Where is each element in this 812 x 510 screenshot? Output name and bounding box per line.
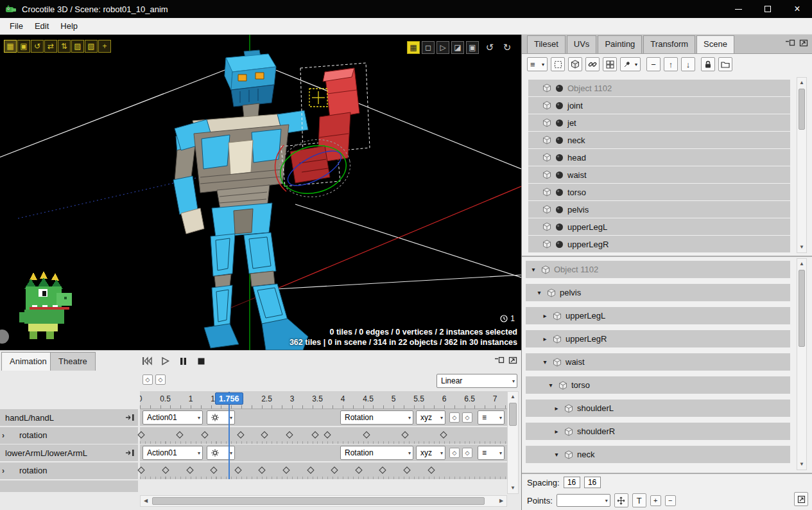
- keyframe-diamond[interactable]: [355, 466, 362, 473]
- move-up-icon[interactable]: ↑: [664, 57, 678, 71]
- text-tool-button[interactable]: T: [632, 493, 646, 507]
- timeline-ruler[interactable]: 00.511.522.533.544.555.566.57: [140, 391, 507, 409]
- keyframe-lane[interactable]: [140, 427, 507, 444]
- visibility-eye-icon[interactable]: [555, 154, 564, 162]
- track-label[interactable]: handL/handL: [0, 409, 138, 426]
- fill-icon[interactable]: ▣: [466, 41, 479, 54]
- axes-select[interactable]: xyz▾: [416, 410, 445, 425]
- tile-grid-icon[interactable]: [603, 57, 617, 71]
- keyframe-diamond[interactable]: [259, 466, 266, 473]
- tab-uvs[interactable]: UVs: [567, 35, 597, 53]
- expand-arrow-icon[interactable]: ▸: [553, 428, 560, 435]
- stop-icon[interactable]: [194, 355, 208, 367]
- track-link-icon[interactable]: [125, 449, 135, 457]
- tracks-vertical-scrollbar[interactable]: ▲ ▼: [507, 391, 519, 494]
- keyframe-diamond[interactable]: [210, 466, 217, 473]
- expand-arrow-icon[interactable]: ▸: [553, 405, 560, 412]
- keyframe-diamond[interactable]: [428, 466, 435, 473]
- prev-keyframe-button[interactable]: ◇: [449, 448, 460, 458]
- keyframe-diamond[interactable]: [379, 466, 386, 473]
- object-row[interactable]: waist: [528, 166, 790, 183]
- hierarchy-row[interactable]: ▾waist: [526, 353, 790, 371]
- hierarchy-row[interactable]: ▸upperLegL: [526, 307, 790, 324]
- remove-icon[interactable]: −: [646, 57, 661, 71]
- channel-select[interactable]: Rotation▾: [340, 446, 413, 460]
- dock-panel-icon[interactable]: [508, 356, 517, 364]
- property-label[interactable]: ›rotation: [0, 462, 138, 479]
- property-label[interactable]: ›rotation: [0, 427, 138, 444]
- prev-keyframe-button[interactable]: ◇: [449, 412, 460, 423]
- tab-tileset[interactable]: Tileset: [527, 35, 566, 53]
- next-keyframe-button[interactable]: ◇: [462, 448, 472, 458]
- keyframe-diamond[interactable]: [234, 466, 241, 473]
- keyframe-diamond[interactable]: [324, 431, 331, 438]
- collapse-arrow-icon[interactable]: ▾: [535, 289, 543, 296]
- keyframe-diamond[interactable]: [307, 466, 314, 473]
- keyframe-lane[interactable]: [140, 462, 507, 479]
- visibility-eye-icon[interactable]: [555, 101, 564, 110]
- undo-icon[interactable]: ↺: [483, 41, 496, 54]
- float-panel-icon[interactable]: [785, 39, 795, 47]
- marquee-select-icon[interactable]: [551, 57, 565, 71]
- keyframe-diamond[interactable]: [202, 431, 209, 438]
- visibility-eye-icon[interactable]: [555, 84, 564, 92]
- play-icon[interactable]: [158, 355, 172, 367]
- timeline-cursor[interactable]: [229, 392, 230, 479]
- action-select[interactable]: Action01▾: [143, 446, 203, 460]
- hierarchy-row[interactable]: ▸shoulderL: [526, 400, 790, 417]
- object-row[interactable]: jet: [528, 114, 790, 131]
- visibility-eye-icon[interactable]: [555, 206, 564, 214]
- object-row[interactable]: head: [528, 149, 790, 166]
- menu-item-file[interactable]: File: [4, 19, 29, 33]
- keyframe-diamond[interactable]: [402, 431, 409, 438]
- collapse-arrow-icon[interactable]: ▾: [541, 358, 549, 365]
- chevron-right-icon[interactable]: ›: [2, 431, 4, 440]
- keyframe-options-select[interactable]: ▾: [207, 446, 235, 460]
- hierarchy-row[interactable]: ▾neck: [526, 446, 790, 463]
- object-list-scrollbar[interactable]: ▲ ▼: [797, 77, 807, 253]
- remove-point-icon[interactable]: −: [665, 495, 676, 506]
- cube-icon[interactable]: [568, 57, 582, 71]
- hierarchy-row[interactable]: ▾torso: [526, 376, 790, 394]
- keyframe-diamond[interactable]: [261, 431, 268, 438]
- object-row[interactable]: Object 1102: [528, 80, 790, 96]
- viewport-3d[interactable]: ▦▣↺⇄⇅▨▧+ ▦◻▷◪▣↺↻ 1 0 tiles / 0 edges / 0…: [0, 35, 521, 350]
- track-link-icon[interactable]: [125, 414, 135, 421]
- mirror-tile-icon[interactable]: ⇄: [44, 40, 57, 53]
- action-select[interactable]: Action01▾: [143, 410, 203, 425]
- track-label[interactable]: lowerArmL/lowerArmL: [0, 444, 138, 461]
- menu-item-edit[interactable]: Edit: [29, 19, 55, 33]
- visibility-eye-icon[interactable]: [555, 119, 564, 127]
- keyframe-diamond[interactable]: [138, 466, 145, 473]
- link-icon[interactable]: [585, 57, 600, 71]
- spacing-x-input[interactable]: [564, 477, 580, 488]
- keyframe-diamond[interactable]: [237, 431, 244, 438]
- keyframe-diamond[interactable]: [138, 431, 145, 438]
- hierarchy-row[interactable]: ▾Object 1102: [526, 261, 790, 278]
- collapse-arrow-icon[interactable]: ▾: [553, 451, 560, 458]
- object-row[interactable]: joint: [528, 97, 790, 114]
- keyframe-diamond[interactable]: [186, 466, 193, 473]
- pause-icon[interactable]: [176, 355, 190, 367]
- object-row[interactable]: neck: [528, 132, 790, 148]
- keyframe-diamond[interactable]: [311, 431, 318, 438]
- expand-arrow-icon[interactable]: ▸: [541, 335, 549, 342]
- close-button[interactable]: ×: [782, 0, 812, 18]
- visibility-eye-icon[interactable]: [555, 223, 564, 231]
- tab-theatre[interactable]: Theatre: [50, 352, 96, 371]
- eraser-icon[interactable]: ◪: [451, 41, 464, 54]
- next-keyframe-button[interactable]: ◇: [462, 412, 472, 423]
- expand-panel-button[interactable]: [794, 492, 808, 506]
- rotate-tile-icon[interactable]: ↺: [31, 40, 44, 53]
- hierarchy-row[interactable]: ▸shoulderR: [526, 423, 790, 440]
- lock-icon[interactable]: [701, 57, 715, 71]
- keyframe-diamond[interactable]: [162, 466, 169, 473]
- skip-to-start-icon[interactable]: [140, 355, 154, 367]
- track-menu-select[interactable]: ≡▾: [478, 410, 505, 425]
- bounds-icon[interactable]: ◻: [422, 41, 435, 54]
- collapse-arrow-icon[interactable]: ▾: [547, 382, 555, 389]
- keyframe-diamond[interactable]: [286, 431, 293, 438]
- chevron-right-icon[interactable]: ›: [2, 466, 4, 475]
- keyframe-diamond[interactable]: [440, 431, 447, 438]
- minimize-button[interactable]: [723, 0, 753, 18]
